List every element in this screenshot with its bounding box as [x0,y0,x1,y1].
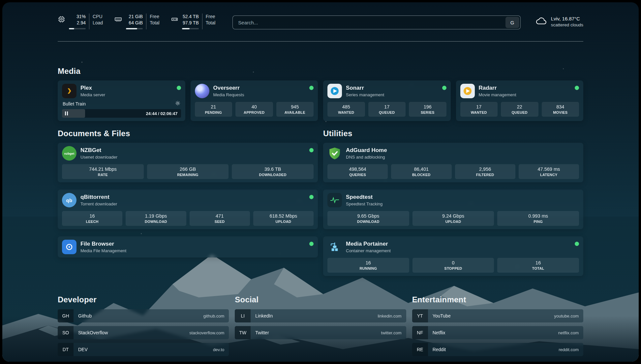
stat-pending: 21 PENDING [195,102,232,117]
service-name: AdGuard Home [346,147,387,154]
media-grid: Plex Media server Bullet Train [58,80,583,121]
plex-icon [62,84,76,98]
memory-icon [114,15,122,29]
cpu-label: CPU [93,14,103,20]
memory-progress-bar [126,28,143,29]
stat-downloaded: 39.6 TB DOWNLOADED [232,164,314,179]
gear-icon[interactable] [175,101,180,107]
filebrowser-card[interactable]: File Browser Media File Management [58,236,318,258]
service-name: Speedtest [346,194,382,200]
media-section-title: Media [58,67,583,76]
status-dot [309,86,314,90]
service-subtitle: Speedtest Tracking [346,201,382,206]
resource-monitors: 31% 2.94 CPU Load [58,14,215,29]
stat-upload: 618.52 Mbps UPLOAD [253,211,314,226]
bookmark-youtube[interactable]: YT YouTube youtube.com [412,309,583,322]
stat-wanted: 485 WANTED [327,102,365,117]
radarr-card[interactable]: Radarr Movie management 17 WANTED 22 QUE… [456,80,584,121]
social-section-title: Social [235,295,406,304]
bookmark-stackoverflow[interactable]: SO StackOverflow stackoverflow.com [58,326,229,339]
service-name: NZBGet [80,147,117,154]
stat-blocked: 86,401 BLOCKED [391,164,451,179]
disk-free-label: Free [206,14,216,20]
cpu-percent: 31% [76,14,86,20]
bookmark-dev[interactable]: DT DEV dev.to [58,343,229,356]
stat-stopped: 0 STOPPED [412,258,494,273]
portainer-card[interactable]: Media Portainer Container management 16 … [323,236,583,276]
stat-filtered: 2,956 FILTERED [455,164,515,179]
adguard-shield-icon [327,146,342,161]
service-subtitle: Series management [346,92,384,97]
bookmark-abbr: YT [412,309,428,322]
search-input[interactable] [234,20,505,25]
service-subtitle: Usenet downloader [80,155,117,160]
snow-specks [2,2,3,3]
bookmark-abbr: RE [412,343,428,356]
service-name: Media Portainer [346,241,391,247]
stat-leech: 16 LEECH [62,211,122,226]
search-bar[interactable]: G [232,15,520,29]
utilities-column: Utilities [323,129,583,276]
weather-widget: Lviv, 16.87°C scattered clouds [535,15,583,28]
status-dot [309,195,314,199]
disk-total: 97.9 TB [183,20,199,26]
stat-movies: 834 MOVIES [542,102,579,117]
service-subtitle: Media File Management [80,248,126,253]
bookmark-linkedin[interactable]: LI LinkedIn linkedin.com [235,309,406,322]
entertainment-section-title: Entertainment [412,295,583,304]
disk-total-label: Total [206,20,216,26]
status-dot [442,86,446,90]
playback-progress-bar[interactable]: 24:44 / 02:06:47 [62,109,181,118]
memory-total: 64 GiB [129,20,143,26]
bookmark-github[interactable]: GH Github github.com [58,309,229,322]
service-name: Sonarr [346,85,384,91]
documents-section-title: Documents & Files [58,129,318,138]
portainer-crane-icon [327,240,342,254]
bookmark-reddit[interactable]: RE Reddit reddit.com [412,343,583,356]
bookmark-abbr: LI [235,309,251,322]
overseerr-icon [195,84,209,98]
stat-series: 196 SERIES [409,102,446,117]
search-provider-button[interactable]: G [505,17,519,28]
stat-latency: 47.569 ms LATENCY [519,164,579,179]
memory-widget: 21 GiB 64 GiB Free Total [114,14,160,29]
stat-seed: 471 SEED [190,211,250,226]
stat-queued: 22 QUEUED [501,102,538,117]
utilities-section-title: Utilities [323,129,583,138]
top-bar: 31% 2.94 CPU Load [58,14,583,29]
status-dot [309,148,314,152]
service-name: qBittorrent [80,194,117,200]
cpu-chip-icon [58,15,65,29]
speedtest-card[interactable]: Speedtest Speedtest Tracking 9.65 Gbps D… [323,190,583,229]
stat-wanted: 17 WANTED [460,102,498,117]
developer-section-title: Developer [58,295,229,304]
bookmark-twitter[interactable]: TW Twitter twitter.com [235,326,406,339]
playback-time: 24:44 / 02:06:47 [146,111,177,116]
bookmark-abbr: GH [58,309,74,322]
nzbget-card[interactable]: nzbget NZBGet Usenet downloader [58,143,318,182]
adguard-card[interactable]: AdGuard Home DNS and adblocking 498,564 … [323,143,583,182]
service-subtitle: DNS and adblocking [346,155,387,160]
nzbget-icon: nzbget [62,146,76,161]
topbar-divider [58,41,583,42]
entertainment-column: Entertainment YT YouTube youtube.com NF … [412,295,583,356]
cloud-icon [535,17,547,27]
status-dot [309,242,314,246]
memory-free-label: Free [150,14,160,20]
bookmarks-section: Developer GH Github github.com SO StackO… [58,295,583,356]
bookmark-netflix[interactable]: NF Netflix netflix.com [412,326,583,339]
service-subtitle: Torrent downloader [80,201,117,206]
radarr-icon [460,84,475,98]
sonarr-card[interactable]: Sonarr Series management 485 WANTED 17 Q… [323,80,451,121]
pause-button[interactable] [65,111,68,115]
service-subtitle: Movie management [479,92,516,97]
plex-card[interactable]: Plex Media server Bullet Train [58,80,185,121]
stat-rate: 744.21 Mbps RATE [62,164,144,179]
service-subtitle: Media Requests [213,92,244,97]
overseerr-card[interactable]: Overseerr Media Requests 21 PENDING 40 A… [191,80,318,121]
qbittorrent-card[interactable]: qb qBittorrent Torrent downloader [58,190,318,229]
bookmark-abbr: NF [412,326,428,339]
qbittorrent-icon: qb [62,193,76,207]
status-dot [177,86,181,90]
status-dot [575,242,579,246]
